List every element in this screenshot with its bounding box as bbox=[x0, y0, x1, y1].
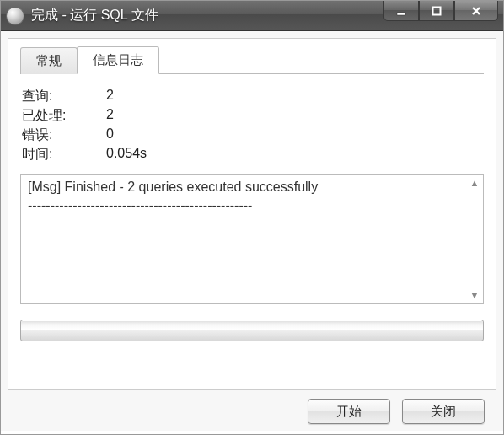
progress-bar bbox=[20, 320, 484, 341]
close-icon bbox=[470, 5, 482, 17]
tab-general[interactable]: 常规 bbox=[20, 47, 78, 74]
stats-block: 查询: 2 已处理: 2 错误: 0 时间: 0.054s bbox=[22, 88, 484, 164]
tab-info-log[interactable]: 信息日志 bbox=[77, 46, 159, 74]
title-bar: 完成 - 运行 SQL 文件 bbox=[1, 1, 503, 31]
dialog-footer: 开始 关闭 bbox=[8, 390, 496, 424]
close-window-button[interactable] bbox=[454, 1, 498, 21]
svg-rect-1 bbox=[433, 7, 441, 14]
maximize-icon bbox=[432, 6, 442, 16]
errors-label: 错误: bbox=[22, 126, 106, 144]
time-label: 时间: bbox=[22, 146, 106, 164]
processed-label: 已处理: bbox=[22, 107, 106, 125]
log-line: [Msg] Finished - 2 queries executed succ… bbox=[28, 178, 476, 196]
log-output: [Msg] Finished - 2 queries executed succ… bbox=[20, 174, 484, 304]
maximize-button[interactable] bbox=[419, 1, 454, 21]
close-button[interactable]: 关闭 bbox=[402, 399, 485, 424]
queries-label: 查询: bbox=[22, 88, 106, 105]
time-value: 0.054s bbox=[106, 146, 484, 164]
scroll-down-icon[interactable]: ▼ bbox=[468, 288, 481, 302]
minimize-button[interactable] bbox=[383, 1, 419, 21]
window-controls bbox=[383, 1, 498, 21]
processed-value: 2 bbox=[106, 107, 484, 125]
scroll-up-icon[interactable]: ▲ bbox=[468, 176, 481, 190]
main-panel: 常规 信息日志 查询: 2 已处理: 2 错误: 0 时间: 0.054s [M… bbox=[8, 38, 496, 390]
log-separator: ----------------------------------------… bbox=[28, 196, 476, 215]
errors-value: 0 bbox=[106, 126, 484, 144]
scrollbar[interactable]: ▲ ▼ bbox=[468, 176, 481, 302]
window-title: 完成 - 运行 SQL 文件 bbox=[31, 7, 158, 24]
tabs: 常规 信息日志 bbox=[20, 46, 484, 74]
queries-value: 2 bbox=[106, 88, 484, 105]
client-area: 常规 信息日志 查询: 2 已处理: 2 错误: 0 时间: 0.054s [M… bbox=[1, 31, 503, 431]
minimize-icon bbox=[396, 6, 406, 16]
svg-rect-0 bbox=[397, 13, 405, 15]
start-button[interactable]: 开始 bbox=[308, 399, 390, 424]
app-icon bbox=[6, 7, 24, 25]
